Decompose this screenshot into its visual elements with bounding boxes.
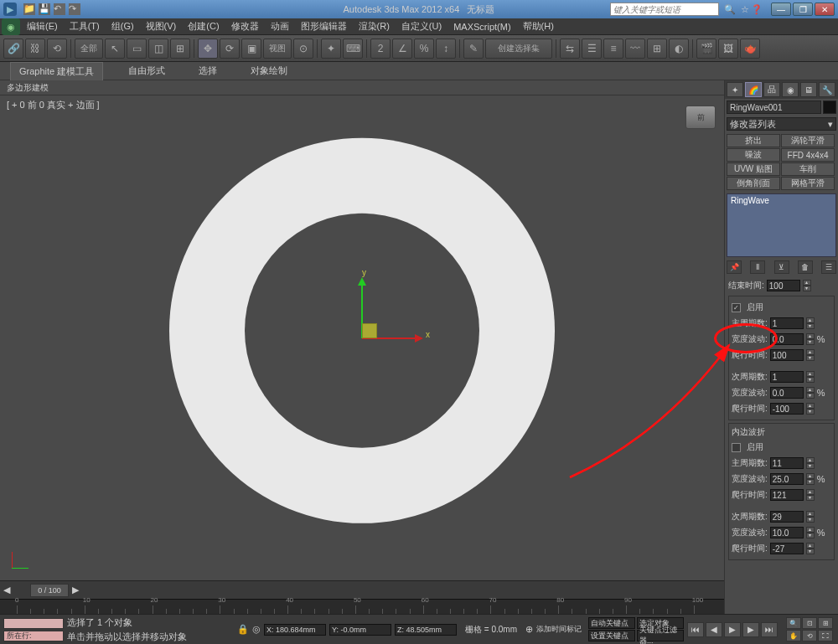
sec-period1-spinner[interactable]: 1: [770, 371, 804, 383]
spinner-up-icon[interactable]: ▴: [806, 317, 815, 323]
render-setup-icon[interactable]: 🎬: [696, 39, 716, 59]
maximize-vp-icon[interactable]: ⛶: [818, 630, 833, 641]
isolate-icon[interactable]: ◎: [252, 624, 261, 635]
width-flux4-spinner[interactable]: 10.0: [770, 527, 804, 538]
scale-icon[interactable]: ▣: [241, 39, 261, 59]
align-icon[interactable]: ☰: [582, 39, 602, 59]
spinner-down-icon[interactable]: ▾: [806, 339, 815, 345]
crawl-time1-spinner[interactable]: 100: [770, 349, 804, 361]
ribbon-tab-selection[interactable]: 选择: [190, 62, 225, 80]
curve-editor-icon[interactable]: 〰: [625, 39, 645, 59]
spinner-up-icon[interactable]: ▴: [806, 371, 815, 377]
spinner-up-icon[interactable]: ▴: [806, 387, 815, 393]
spinner-up-icon[interactable]: ▴: [806, 527, 815, 533]
spinner-down-icon[interactable]: ▾: [806, 323, 815, 329]
coord-x-field[interactable]: X: 180.684mm: [264, 624, 326, 636]
menu-group[interactable]: 组(G): [106, 18, 139, 34]
tab-create-icon[interactable]: ✦: [727, 82, 743, 97]
keyboard-shortcut-icon[interactable]: ⌨: [343, 39, 363, 59]
time-slider[interactable]: ◀ 0 / 100 ▶: [0, 580, 724, 599]
menu-grapheditors[interactable]: 图形编辑器: [296, 18, 352, 34]
configure-icon[interactable]: ☰: [821, 260, 836, 274]
qat-open-icon[interactable]: 📁: [23, 3, 35, 15]
zoom-icon[interactable]: 🔍: [786, 617, 801, 629]
spinner-down-icon[interactable]: ▾: [806, 355, 815, 361]
crawl-time2-spinner[interactable]: -100: [770, 403, 804, 415]
menu-animation[interactable]: 动画: [266, 18, 294, 34]
spinner-up-icon[interactable]: ▴: [806, 511, 815, 517]
select-icon[interactable]: ↖: [105, 39, 125, 59]
pivot-icon[interactable]: ⊙: [293, 39, 313, 59]
goto-end-icon[interactable]: ⏭: [761, 622, 778, 637]
menu-customize[interactable]: 自定义(U): [396, 18, 447, 34]
modifier-list-dropdown[interactable]: 修改器列表▾: [727, 117, 836, 131]
play-icon[interactable]: ▶: [724, 622, 741, 637]
spinner-up-icon[interactable]: ▴: [806, 489, 815, 495]
crawl-time3-spinner[interactable]: 121: [770, 489, 804, 501]
mod-uvw-button[interactable]: UVW 贴图: [727, 162, 780, 176]
spinner-snap-icon[interactable]: ↕: [436, 39, 456, 59]
make-unique-icon[interactable]: ⊻: [774, 260, 789, 274]
close-button[interactable]: ✕: [815, 3, 835, 16]
menu-tools[interactable]: 工具(T): [65, 18, 105, 34]
stack-item-ringwave[interactable]: RingWave: [727, 194, 835, 207]
spinner-down-icon[interactable]: ▾: [806, 409, 815, 415]
width-flux3-spinner[interactable]: 25.0: [770, 473, 804, 485]
end-time-spinner[interactable]: 100: [767, 280, 800, 291]
coord-y-field[interactable]: Y: -0.0mm: [329, 624, 391, 636]
macro-recorder[interactable]: 所在行:: [3, 631, 64, 641]
minimize-button[interactable]: —: [771, 3, 791, 16]
named-selection-set[interactable]: 创建选择集: [485, 39, 552, 59]
tab-display-icon[interactable]: 🖥: [800, 82, 817, 97]
time-tag-icon[interactable]: ⊕: [525, 624, 533, 635]
snap-percent-icon[interactable]: %: [414, 39, 434, 59]
ts-prev-icon[interactable]: ◀: [3, 585, 10, 595]
pan-icon[interactable]: ✋: [786, 630, 801, 641]
spinner-down-icon[interactable]: ▾: [806, 377, 815, 383]
spinner-up-icon[interactable]: ▴: [806, 473, 815, 479]
link-icon[interactable]: 🔗: [3, 39, 23, 59]
spinner-down-icon[interactable]: ▾: [806, 533, 815, 538]
main-period1-spinner[interactable]: 1: [770, 317, 804, 329]
remove-mod-icon[interactable]: 🗑: [798, 260, 813, 274]
qat-undo-icon[interactable]: ↶: [54, 3, 65, 15]
object-name-field[interactable]: RingWave001: [727, 100, 821, 114]
spinner-up-icon[interactable]: ▴: [803, 280, 811, 286]
object-color-swatch[interactable]: [823, 100, 836, 114]
autokey-button[interactable]: 自动关键点: [588, 617, 635, 629]
select-region-icon[interactable]: ◫: [148, 39, 168, 59]
menu-edit[interactable]: 编辑(E): [22, 18, 63, 34]
orbit-icon[interactable]: ⟲: [802, 630, 817, 641]
qat-save-icon[interactable]: 💾: [39, 3, 50, 15]
menu-help[interactable]: 帮助(H): [518, 18, 559, 34]
ribbon-tab-graphite[interactable]: Graphite 建模工具: [10, 62, 103, 80]
goto-start-icon[interactable]: ⏮: [687, 622, 704, 637]
time-slider-handle[interactable]: 0 / 100: [30, 584, 69, 597]
ribbon-tab-paint[interactable]: 对象绘制: [242, 62, 296, 80]
help-star-icon[interactable]: ☆: [741, 4, 749, 15]
bind-icon[interactable]: ⟲: [47, 39, 67, 59]
mod-noise-button[interactable]: 噪波: [727, 148, 780, 162]
menu-maxscript[interactable]: MAXScript(M): [448, 20, 515, 33]
mirror-icon[interactable]: ⇆: [560, 39, 580, 59]
selection-filter[interactable]: 全部: [75, 39, 103, 59]
material-editor-icon[interactable]: ◐: [669, 39, 689, 59]
search-icon[interactable]: 🔍: [724, 4, 736, 15]
next-frame-icon[interactable]: ▶: [742, 622, 759, 637]
spinner-down-icon[interactable]: ▾: [806, 549, 815, 554]
spinner-down-icon[interactable]: ▾: [806, 517, 815, 523]
ref-coord-system[interactable]: 视图: [263, 39, 292, 59]
mod-ffd-button[interactable]: FFD 4x4x4: [781, 148, 835, 162]
mod-bevelprofile-button[interactable]: 倒角剖面: [727, 177, 780, 190]
schematic-icon[interactable]: ⊞: [647, 39, 667, 59]
lock-icon[interactable]: 🔒: [237, 624, 249, 635]
qat-redo-icon[interactable]: ↷: [69, 3, 80, 15]
app-menu-button[interactable]: ◉: [2, 18, 20, 35]
mini-listener[interactable]: [3, 618, 64, 629]
spinner-up-icon[interactable]: ▴: [806, 333, 815, 339]
mod-lathe-button[interactable]: 车削: [781, 162, 835, 176]
show-end-icon[interactable]: Ⅱ: [750, 260, 765, 274]
mod-meshsmooth-button[interactable]: 网格平滑: [781, 177, 835, 190]
main-period2-spinner[interactable]: 11: [770, 457, 804, 469]
render-frame-icon[interactable]: 🖼: [718, 39, 738, 59]
